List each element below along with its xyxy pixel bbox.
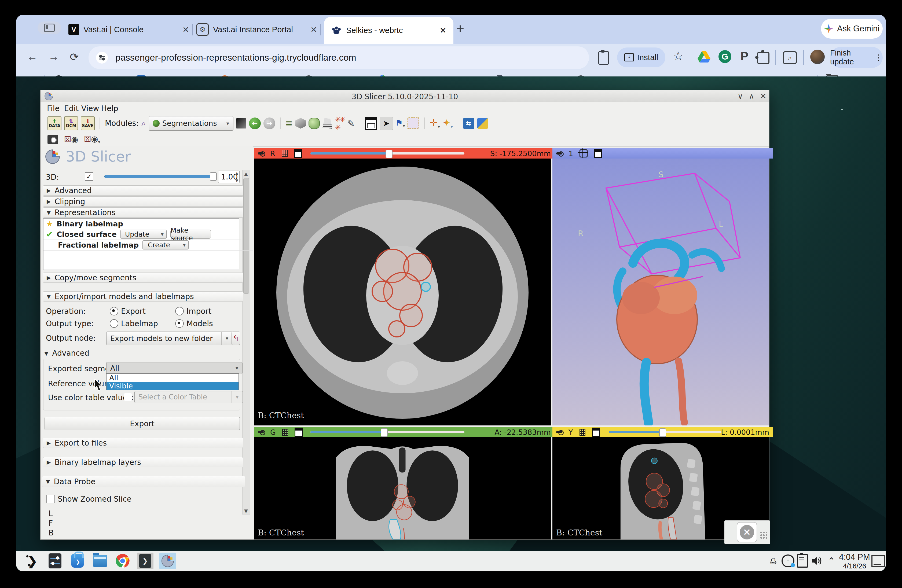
rep-row-closed-surface[interactable]: ✔ Closed surface Update ▾ Make source	[44, 229, 241, 240]
terminal-icon[interactable]: ❯	[137, 553, 153, 569]
extensions-manager-icon[interactable]: ⇆	[463, 118, 474, 129]
volume-sphere-icon[interactable]	[308, 118, 320, 129]
threed-checkbox[interactable]: ✓	[85, 172, 93, 181]
slice-slider-handle[interactable]	[385, 150, 393, 158]
color-table-combo[interactable]: Select a Color Table ▾	[135, 391, 243, 403]
scene-views-icon[interactable]: ✦▾	[443, 117, 453, 129]
mesh-icon[interactable]	[323, 118, 332, 129]
view-menu-icon[interactable]	[594, 149, 602, 158]
grammarly-icon[interactable]: G	[719, 50, 731, 63]
browser-menu-icon[interactable]: ⋮	[875, 53, 883, 62]
menu-view[interactable]: View	[81, 104, 99, 113]
overlay-close-inner[interactable]: ✕	[737, 522, 757, 543]
volume-icon[interactable]	[809, 553, 825, 569]
finish-update-button[interactable]: Finish update ⋮	[830, 47, 883, 68]
slicer-titlebar[interactable]: 3D Slicer 5.10.0-2025-11-10 ∨ ∧ ✕	[41, 90, 769, 102]
dropdown-option-all[interactable]: All	[106, 374, 238, 382]
clipboard-icon[interactable]	[598, 51, 609, 65]
show-zoomed-slice-checkbox[interactable]	[46, 495, 55, 503]
module-selector-combo[interactable]: Segmentations ▾	[149, 116, 233, 131]
file-manager-icon[interactable]	[92, 553, 108, 569]
extensions-puzzle-icon[interactable]	[757, 52, 769, 64]
create-combo-button[interactable]: Create ▾	[143, 240, 189, 249]
python-console-icon[interactable]	[477, 118, 488, 129]
slice-link-icon[interactable]	[282, 150, 288, 157]
search-tabs-icon[interactable]: ⌕	[783, 51, 797, 64]
dropdown-option-visible[interactable]: Visible	[106, 382, 238, 390]
slice-slider[interactable]	[310, 152, 464, 155]
opacity-slider-handle[interactable]	[210, 172, 217, 181]
tab-close-icon[interactable]: ✕	[182, 25, 189, 34]
center-view-icon[interactable]	[579, 149, 587, 158]
section-clipping[interactable]: ▶ Clipping	[43, 196, 243, 206]
menu-file[interactable]: File	[47, 104, 60, 113]
tab-vastai-portal[interactable]: ⚙ Vast.ai Instance Portal ✕	[196, 19, 317, 40]
exported-segments-dropdown[interactable]: All Visible	[106, 374, 239, 390]
scene-view-menu-icon[interactable]: ⚄◉▾	[84, 134, 100, 145]
reload-button[interactable]: ⟳	[70, 51, 79, 63]
view-menu-icon[interactable]	[592, 428, 600, 437]
tab-selkies-active[interactable]: Selkies - webrtc ✕	[324, 17, 453, 44]
install-button[interactable]: ↓ Install	[617, 47, 666, 67]
load-dicom-icon[interactable]: ⇅DCM	[64, 116, 78, 130]
section-representations[interactable]: ▼ Representations	[43, 207, 243, 217]
tab-close-icon[interactable]: ✕	[440, 26, 446, 35]
chrome-icon[interactable]	[114, 553, 131, 569]
screen-capture-icon[interactable]	[47, 135, 58, 144]
section-binary-labelmap-layers[interactable]: ▶ Binary labelmap layers	[43, 457, 243, 467]
export-button[interactable]: Export	[45, 417, 240, 430]
pin-icon[interactable]	[258, 152, 264, 155]
extension-p-icon[interactable]: P	[741, 50, 748, 63]
module-search-icon[interactable]: ⌕	[141, 119, 146, 128]
view-menu-icon[interactable]	[294, 149, 302, 158]
fiducial-place-icon[interactable]: ✛▾	[429, 117, 440, 129]
output-models-radio[interactable]	[175, 319, 184, 328]
menu-help[interactable]: Help	[101, 104, 118, 113]
pin-icon[interactable]	[556, 152, 562, 155]
screenshot-layout-icon[interactable]	[365, 117, 377, 130]
opacity-slider[interactable]	[104, 175, 215, 178]
output-node-combo[interactable]: Export models to new folder ▾	[106, 332, 233, 345]
tab-vastai-console[interactable]: V Vast.ai | Console ✕	[69, 19, 189, 40]
forward-button[interactable]: →	[48, 51, 59, 63]
minimize-icon[interactable]: ∨	[738, 92, 743, 101]
views-cube-icon[interactable]	[295, 118, 306, 129]
threed-view[interactable]: 1 S R	[553, 149, 769, 425]
slice-slider-handle[interactable]	[659, 428, 666, 437]
overlay-close-button[interactable]: ✕	[724, 521, 770, 544]
crop-volume-icon[interactable]	[407, 117, 419, 129]
clock[interactable]: 4:04 PM 4/16/26	[837, 552, 872, 570]
settings-icon[interactable]	[47, 553, 63, 569]
app-launcher-icon[interactable]: ❯	[24, 553, 41, 569]
output-node-reset-button[interactable]: ↰	[232, 332, 240, 345]
section-copy-move[interactable]: ▶ Copy/move segments	[43, 272, 243, 283]
green-slice-view[interactable]: G A: -22.5383mm	[254, 427, 551, 540]
tab-close-icon[interactable]: ✕	[310, 25, 317, 34]
spin-up-icon[interactable]: ▲	[235, 171, 238, 175]
site-settings-icon[interactable]	[96, 52, 108, 64]
bookmark-star-icon[interactable]: ☆	[673, 49, 683, 63]
mouse-mode-icon[interactable]: ➤	[380, 117, 393, 130]
annotations-pen-icon[interactable]: ✎	[347, 118, 355, 129]
google-drive-icon[interactable]	[698, 51, 711, 63]
update-combo-button[interactable]: Update ▾	[121, 230, 167, 239]
scroll-down-icon[interactable]: ▼	[244, 508, 248, 514]
resize-grip-dots[interactable]	[760, 531, 768, 539]
back-button[interactable]: ←	[27, 51, 38, 63]
section-data-probe[interactable]: ▼ Data Probe	[42, 476, 245, 487]
color-legend-icon[interactable]: ⚑▾	[396, 118, 405, 128]
scroll-up-icon[interactable]: ▲	[244, 171, 248, 177]
software-center-icon[interactable]: ❯	[69, 553, 86, 569]
rep-row-binary[interactable]: ★ Binary labelmap	[44, 219, 241, 229]
ask-gemini-button[interactable]: Ask Gemini	[821, 19, 883, 39]
make-source-button[interactable]: Make source	[171, 230, 211, 239]
save-icon[interactable]: ⬇SAVE	[81, 116, 95, 130]
markups-icon[interactable]: ✳✳✳	[335, 115, 345, 131]
slice-slider[interactable]	[609, 431, 722, 433]
red-slice-view[interactable]: R S: -175.2500mm	[254, 149, 551, 425]
section-export-import[interactable]: ▼ Export/import models and labelmaps	[43, 291, 243, 302]
module-finder-icon[interactable]	[236, 118, 246, 128]
opacity-spinbox[interactable]: 1.00 ▲ ▼	[218, 170, 240, 183]
slicer-taskbar-icon[interactable]	[159, 553, 176, 569]
pin-icon[interactable]	[556, 431, 562, 433]
